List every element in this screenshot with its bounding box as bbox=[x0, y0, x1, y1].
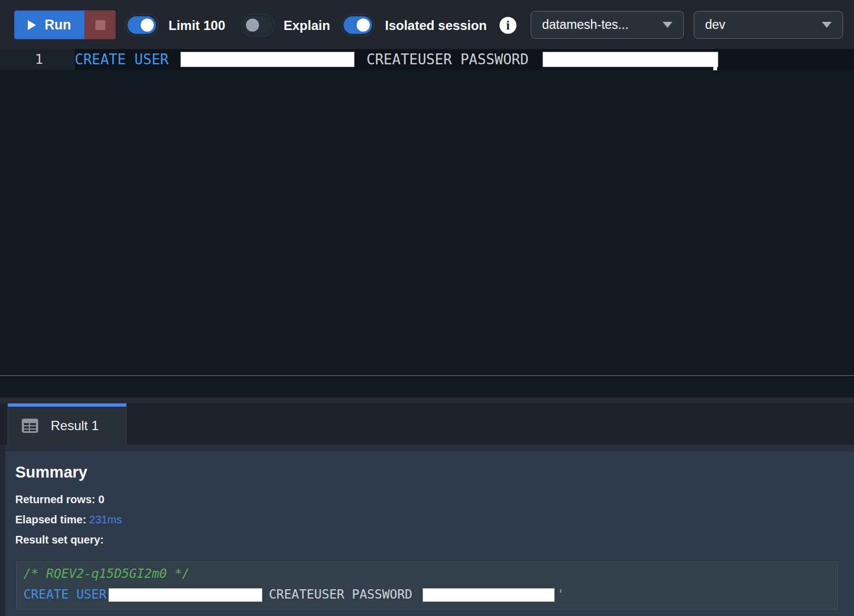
isolated-session-label: Isolated session bbox=[385, 18, 487, 33]
result-set-query-block: /* RQEV2-q15D5GI2m0 */ CREATE USER CREAT… bbox=[16, 561, 838, 609]
panel-left-edge bbox=[0, 445, 5, 616]
elapsed-time-value: 231ms bbox=[89, 514, 122, 526]
tab-result-1-label: Result 1 bbox=[51, 418, 99, 433]
play-icon bbox=[28, 20, 36, 30]
limit-toggle-label: Limit 100 bbox=[169, 18, 225, 33]
line-number: 1 bbox=[35, 51, 43, 67]
sql-keyword-createuser-password: CREATEUSER PASSWORD bbox=[269, 587, 412, 601]
summary-title: Summary bbox=[15, 463, 87, 481]
redacted-username-box bbox=[181, 52, 354, 67]
results-tab-strip: Result 1 bbox=[0, 397, 854, 445]
info-glyph: i bbox=[506, 19, 509, 32]
tab-result-1[interactable]: Result 1 bbox=[8, 403, 127, 445]
tab-strip-top-edge bbox=[0, 398, 854, 403]
cluster-dropdown[interactable]: datamesh-tes... bbox=[531, 11, 684, 39]
toggle-knob bbox=[357, 19, 370, 32]
chevron-down-icon bbox=[663, 22, 672, 28]
limit-toggle[interactable] bbox=[128, 16, 156, 34]
elapsed-time-label: Elapsed time: bbox=[15, 514, 89, 526]
redacted-password-box bbox=[423, 588, 555, 602]
returned-rows-label: Returned rows: bbox=[15, 493, 98, 505]
explain-toggle[interactable] bbox=[244, 16, 272, 34]
sql-keyword-createuser-password: CREATEUSER PASSWORD bbox=[366, 51, 528, 68]
sql-editor[interactable]: 1 CREATE USER CREATEUSER PASSWORD bbox=[0, 49, 854, 375]
sql-keyword-create-user: CREATE USER bbox=[23, 587, 106, 601]
info-icon[interactable]: i bbox=[500, 17, 516, 34]
toolbar: Run Limit 100 Explain Isolated session i… bbox=[0, 0, 854, 49]
redacted-username-box bbox=[109, 588, 262, 602]
database-dropdown-value: dev bbox=[705, 17, 725, 32]
query-editor-window: Run Limit 100 Explain Isolated session i… bbox=[0, 0, 854, 616]
database-dropdown[interactable]: dev bbox=[694, 11, 843, 39]
toggle-knob bbox=[246, 19, 259, 32]
text-cursor bbox=[713, 66, 717, 70]
stop-button[interactable] bbox=[85, 10, 116, 39]
sql-string-quote: ' bbox=[557, 587, 564, 601]
summary-panel: Summary Returned rows: 0 Elapsed time: 2… bbox=[0, 445, 854, 616]
run-button-label: Run bbox=[45, 17, 71, 33]
result-set-query-label: Result set query: bbox=[15, 534, 104, 546]
panel-top-band bbox=[0, 445, 854, 451]
chevron-down-icon bbox=[822, 22, 832, 28]
sql-comment: /* RQEV2-q15D5GI2m0 */ bbox=[23, 566, 190, 581]
table-icon bbox=[21, 418, 39, 433]
elapsed-time-line: Elapsed time: 231ms bbox=[15, 514, 122, 526]
isolated-session-toggle[interactable] bbox=[344, 16, 372, 34]
cluster-dropdown-value: datamesh-tes... bbox=[542, 17, 629, 32]
stop-icon bbox=[95, 20, 105, 30]
run-button[interactable]: Run bbox=[14, 10, 85, 39]
explain-toggle-label: Explain bbox=[284, 18, 330, 33]
returned-rows-value: 0 bbox=[98, 493, 104, 505]
sql-keyword-create-user: CREATE USER bbox=[75, 51, 169, 68]
redacted-password-box bbox=[543, 52, 718, 67]
editor-bottom-gutter bbox=[0, 376, 854, 397]
returned-rows-line: Returned rows: 0 bbox=[15, 493, 104, 506]
toggle-knob bbox=[141, 19, 154, 32]
